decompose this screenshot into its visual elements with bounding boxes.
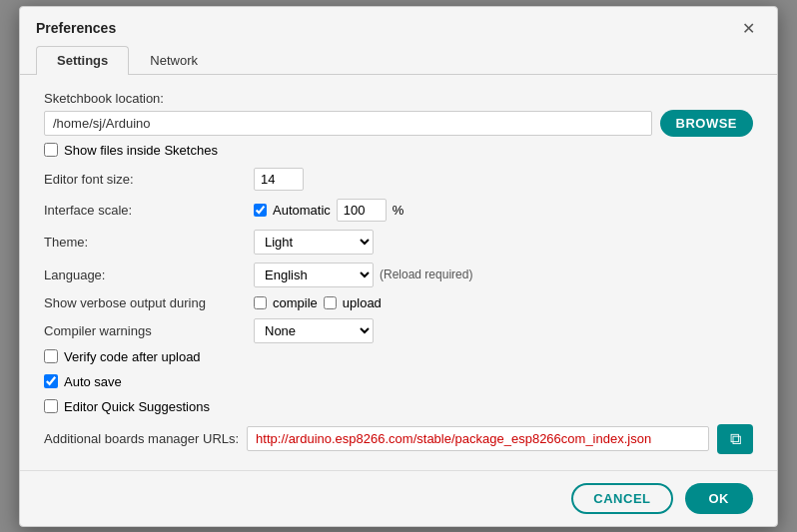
verify-label: Verify code after upload bbox=[64, 349, 201, 364]
interface-scale-cell: Automatic % bbox=[254, 199, 753, 222]
verbose-label: Show verbose output during bbox=[44, 295, 254, 310]
compiler-warnings-select[interactable]: None Default More All bbox=[254, 318, 374, 343]
automatic-checkbox[interactable] bbox=[254, 204, 267, 217]
compile-label: compile bbox=[273, 295, 318, 310]
automatic-label: Automatic bbox=[273, 203, 331, 218]
language-select[interactable]: English Deutsch Español bbox=[254, 263, 374, 287]
compiler-warnings-label: Compiler warnings bbox=[44, 323, 254, 338]
preferences-dialog: Preferences ✕ Settings Network Sketchboo… bbox=[19, 6, 778, 527]
show-files-row: Show files inside Sketches bbox=[44, 143, 753, 158]
cancel-button[interactable]: CANCEL bbox=[571, 483, 672, 514]
dialog-title: Preferences bbox=[36, 20, 116, 36]
scale-input[interactable] bbox=[337, 199, 387, 222]
font-size-cell bbox=[254, 168, 753, 191]
quick-suggestions-checkbox[interactable] bbox=[44, 399, 58, 413]
copy-icon: ⧉ bbox=[730, 430, 741, 448]
tabs-container: Settings Network bbox=[20, 46, 777, 75]
title-bar: Preferences ✕ bbox=[20, 7, 777, 46]
quick-suggestions-row: Editor Quick Suggestions bbox=[44, 399, 753, 414]
autosave-checkbox[interactable] bbox=[44, 374, 58, 388]
compile-checkbox[interactable] bbox=[254, 296, 267, 309]
browse-button[interactable]: BROWSE bbox=[660, 110, 754, 137]
urls-row: Additional boards manager URLs: ⧉ bbox=[44, 424, 753, 454]
ok-button[interactable]: OK bbox=[685, 483, 754, 514]
close-button[interactable]: ✕ bbox=[736, 17, 761, 40]
quick-suggestions-label: Editor Quick Suggestions bbox=[64, 399, 210, 414]
language-cell: English Deutsch Español (Reload required… bbox=[254, 263, 753, 287]
urls-label: Additional boards manager URLs: bbox=[44, 431, 239, 446]
show-files-checkbox[interactable] bbox=[44, 143, 58, 157]
verify-row: Verify code after upload bbox=[44, 349, 753, 364]
language-label: Language: bbox=[44, 267, 254, 282]
settings-grid: Editor font size: Interface scale: Autom… bbox=[44, 168, 753, 343]
sketchbook-label: Sketchbook location: bbox=[44, 91, 753, 106]
upload-checkbox[interactable] bbox=[324, 296, 337, 309]
show-files-label: Show files inside Sketches bbox=[64, 143, 218, 158]
verify-checkbox[interactable] bbox=[44, 349, 58, 363]
theme-cell: Light Dark bbox=[254, 230, 753, 255]
font-size-input[interactable] bbox=[254, 168, 304, 191]
footer: CANCEL OK bbox=[20, 470, 777, 526]
theme-select[interactable]: Light Dark bbox=[254, 230, 374, 255]
compiler-warnings-cell: None Default More All bbox=[254, 318, 753, 343]
tab-settings[interactable]: Settings bbox=[36, 46, 129, 75]
settings-content: Sketchbook location: BROWSE Show files i… bbox=[20, 75, 777, 470]
scale-unit: % bbox=[393, 203, 404, 218]
upload-label: upload bbox=[343, 295, 382, 310]
tab-network[interactable]: Network bbox=[129, 46, 219, 74]
reload-note: (Reload required) bbox=[380, 267, 472, 281]
sketchbook-row: BROWSE bbox=[44, 110, 753, 137]
urls-icon-button[interactable]: ⧉ bbox=[717, 424, 753, 454]
verbose-cell: compile upload bbox=[254, 295, 753, 310]
theme-label: Theme: bbox=[44, 235, 254, 250]
autosave-row: Auto save bbox=[44, 374, 753, 389]
font-size-label: Editor font size: bbox=[44, 172, 254, 187]
autosave-label: Auto save bbox=[64, 374, 122, 389]
urls-input[interactable] bbox=[247, 426, 709, 451]
sketchbook-path-input[interactable] bbox=[44, 111, 652, 136]
interface-scale-label: Interface scale: bbox=[44, 203, 254, 218]
